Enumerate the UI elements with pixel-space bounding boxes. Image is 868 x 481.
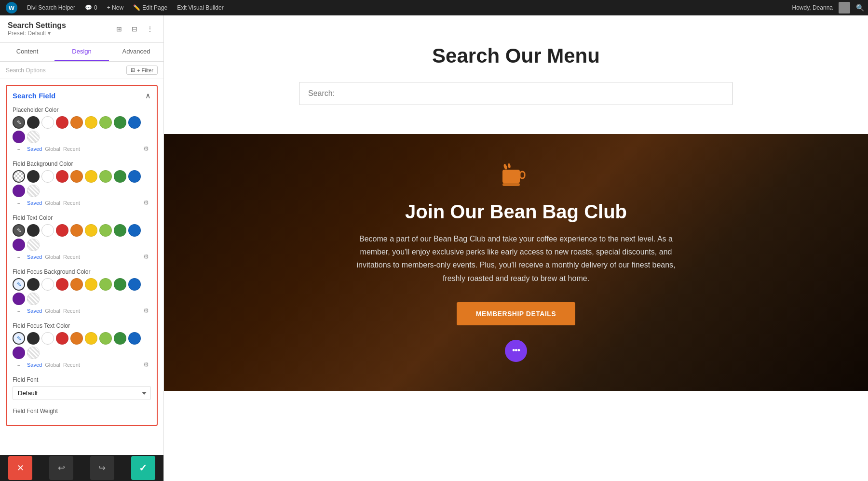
- eraser-swatch-0[interactable]: [27, 131, 40, 143]
- redo-button[interactable]: ↪: [90, 456, 114, 480]
- undo-button[interactable]: ↩: [49, 456, 73, 480]
- global-label-4[interactable]: Global: [45, 362, 60, 368]
- green-swatch-3[interactable]: [114, 278, 126, 291]
- purple-swatch-3[interactable]: [13, 293, 25, 305]
- recent-label-2[interactable]: Recent: [63, 254, 80, 260]
- eyedropper-swatch-0[interactable]: ✎: [13, 116, 25, 129]
- pencil-swatch-2[interactable]: ✎: [13, 224, 25, 237]
- orange-swatch-2[interactable]: [70, 224, 83, 237]
- more-options-icon[interactable]: ⋮: [144, 23, 156, 35]
- eyedropper-swatch-3[interactable]: ✎: [13, 278, 25, 291]
- checkered-swatch-1[interactable]: [13, 170, 25, 183]
- green-swatch-0[interactable]: [114, 116, 126, 129]
- global-label-0[interactable]: Global: [45, 146, 60, 152]
- yellow-swatch-1[interactable]: [85, 170, 97, 183]
- columns-icon[interactable]: ⊟: [129, 23, 140, 35]
- dark-swatch-3[interactable]: [27, 278, 40, 291]
- green-swatch-4[interactable]: [114, 332, 126, 345]
- eraser-swatch-4[interactable]: [27, 347, 40, 359]
- saved-label-0[interactable]: Saved: [27, 146, 42, 152]
- red-swatch-4[interactable]: [56, 332, 68, 345]
- dots-button-1[interactable]: ···: [13, 199, 24, 207]
- search-input[interactable]: [299, 82, 733, 105]
- recent-label-4[interactable]: Recent: [63, 362, 80, 368]
- white-swatch-4[interactable]: [41, 332, 54, 345]
- dots-button-0[interactable]: ···: [13, 145, 24, 153]
- gear-icon-1[interactable]: ⚙: [143, 199, 151, 207]
- cancel-button[interactable]: ✕: [8, 456, 32, 480]
- membership-button[interactable]: Membership Details: [457, 302, 575, 325]
- gear-icon-0[interactable]: ⚙: [143, 145, 151, 153]
- white-swatch-3[interactable]: [41, 278, 54, 291]
- dark-swatch-0[interactable]: [27, 116, 40, 129]
- purple-swatch-0[interactable]: [13, 131, 25, 143]
- blue-swatch-4[interactable]: [128, 332, 141, 345]
- blue-swatch-0[interactable]: [128, 116, 141, 129]
- fullscreen-icon[interactable]: ⊞: [113, 23, 125, 35]
- purple-swatch-4[interactable]: [13, 347, 25, 359]
- white-swatch-1[interactable]: [41, 170, 54, 183]
- green-swatch-2[interactable]: [114, 224, 126, 237]
- dots-button-3[interactable]: ···: [13, 307, 24, 315]
- dark-swatch-4[interactable]: [27, 332, 40, 345]
- orange-swatch-1[interactable]: [70, 170, 83, 183]
- global-label-2[interactable]: Global: [45, 254, 60, 260]
- eraser-swatch-1[interactable]: [27, 185, 40, 197]
- white-swatch-2[interactable]: [41, 224, 54, 237]
- eraser-swatch-2[interactable]: [27, 239, 40, 251]
- eyedropper-swatch-4[interactable]: ✎: [13, 332, 25, 345]
- dark-swatch-1[interactable]: [27, 170, 40, 183]
- red-swatch-1[interactable]: [56, 170, 68, 183]
- orange-swatch-0[interactable]: [70, 116, 83, 129]
- comment-link[interactable]: 💬 0: [83, 3, 99, 12]
- recent-label-3[interactable]: Recent: [63, 308, 80, 314]
- divi-helper-link[interactable]: Divi Search Helper: [25, 3, 77, 12]
- purple-dots-button[interactable]: •••: [505, 340, 527, 362]
- exit-builder-link[interactable]: Exit Visual Builder: [175, 3, 226, 12]
- green-yellow-swatch-2[interactable]: [99, 224, 112, 237]
- white-swatch-0[interactable]: [41, 116, 54, 129]
- blue-swatch-2[interactable]: [128, 224, 141, 237]
- saved-label-1[interactable]: Saved: [27, 200, 42, 206]
- dark-swatch-2[interactable]: [27, 224, 40, 237]
- dots-button-4[interactable]: ···: [13, 361, 24, 369]
- saved-label-3[interactable]: Saved: [27, 308, 42, 314]
- tab-design[interactable]: Design: [54, 43, 109, 61]
- field-font-select[interactable]: Default Arial Georgia Helvetica: [13, 386, 151, 400]
- yellow-swatch-3[interactable]: [85, 278, 97, 291]
- wp-logo[interactable]: W: [4, 1, 19, 14]
- tab-content[interactable]: Content: [0, 43, 54, 61]
- global-label-3[interactable]: Global: [45, 308, 60, 314]
- yellow-swatch-4[interactable]: [85, 332, 97, 345]
- orange-swatch-3[interactable]: [70, 278, 83, 291]
- yellow-swatch-0[interactable]: [85, 116, 97, 129]
- recent-label-1[interactable]: Recent: [63, 200, 80, 206]
- green-yellow-swatch-0[interactable]: [99, 116, 112, 129]
- blue-swatch-3[interactable]: [128, 278, 141, 291]
- save-button[interactable]: ✓: [131, 456, 155, 480]
- yellow-swatch-2[interactable]: [85, 224, 97, 237]
- new-link[interactable]: + New: [105, 3, 125, 12]
- dots-button-2[interactable]: ···: [13, 253, 24, 261]
- purple-swatch-2[interactable]: [13, 239, 25, 251]
- search-icon[interactable]: 🔍: [856, 4, 864, 12]
- gear-icon-2[interactable]: ⚙: [143, 253, 151, 261]
- green-swatch-1[interactable]: [114, 170, 126, 183]
- sidebar-preset[interactable]: Preset: Default ▾: [8, 30, 66, 37]
- filter-button[interactable]: ⊞ + Filter: [126, 66, 158, 75]
- recent-label-0[interactable]: Recent: [63, 146, 80, 152]
- edit-page-link[interactable]: ✏️ Edit Page: [131, 3, 169, 12]
- orange-swatch-4[interactable]: [70, 332, 83, 345]
- red-swatch-2[interactable]: [56, 224, 68, 237]
- green-yellow-swatch-1[interactable]: [99, 170, 112, 183]
- red-swatch-0[interactable]: [56, 116, 68, 129]
- gear-icon-4[interactable]: ⚙: [143, 361, 151, 369]
- tab-advanced[interactable]: Advanced: [109, 43, 163, 61]
- saved-label-4[interactable]: Saved: [27, 362, 42, 368]
- blue-swatch-1[interactable]: [128, 170, 141, 183]
- red-swatch-3[interactable]: [56, 278, 68, 291]
- eraser-swatch-3[interactable]: [27, 293, 40, 305]
- green-yellow-swatch-3[interactable]: [99, 278, 112, 291]
- gear-icon-3[interactable]: ⚙: [143, 307, 151, 315]
- saved-label-2[interactable]: Saved: [27, 254, 42, 260]
